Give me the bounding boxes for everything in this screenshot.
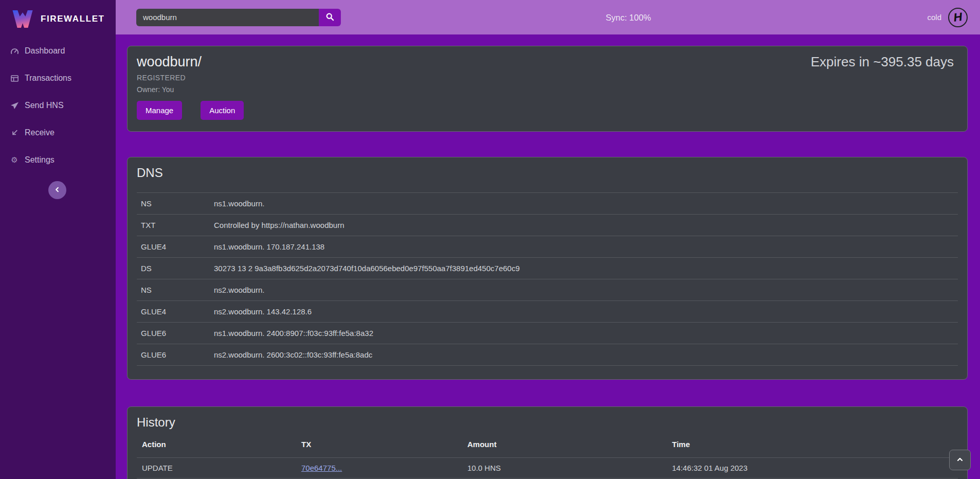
content-column: Sync: 100% cold H woodburn/ Expires in ~… bbox=[116, 0, 980, 479]
dns-record-value: 30273 13 2 9a3a8fb3d625d2a2073d740f10da6… bbox=[214, 258, 958, 279]
app-window: FIREWALLET Dashboard Transactions bbox=[0, 0, 980, 479]
domain-status: REGISTERED bbox=[137, 74, 954, 82]
dns-record-row: GLUE6 ns2.woodburn. 2600:3c02::f03c:93ff… bbox=[137, 344, 958, 366]
sidebar-item-label: Transactions bbox=[25, 74, 71, 83]
scroll-to-top-button[interactable] bbox=[949, 450, 971, 470]
sidebar: FIREWALLET Dashboard Transactions bbox=[0, 0, 116, 479]
history-col-action: Action bbox=[137, 437, 296, 458]
dns-record-row: TXT Controlled by https://nathan.woodbur… bbox=[137, 215, 958, 236]
dns-record-value: ns1.woodburn. 2400:8907::f03c:93ff:fe5a:… bbox=[214, 323, 958, 344]
dns-record-type: DS bbox=[137, 258, 214, 279]
sidebar-item-label: Receive bbox=[25, 128, 55, 137]
receive-icon bbox=[10, 128, 19, 137]
search-button[interactable] bbox=[319, 9, 341, 26]
gear-icon: ⚙ bbox=[10, 155, 19, 165]
sidebar-item-label: Dashboard bbox=[25, 46, 65, 56]
domain-name-title: woodburn/ bbox=[137, 54, 202, 70]
dns-record-type: GLUE6 bbox=[137, 344, 214, 366]
dns-record-row: NS ns1.woodburn. bbox=[137, 193, 958, 215]
sidebar-item-send-hns[interactable]: Send HNS bbox=[0, 99, 116, 112]
chevron-up-icon bbox=[956, 455, 964, 465]
dns-record-value: ns1.woodburn. 170.187.241.138 bbox=[214, 236, 958, 258]
history-row: UPDATE 70e64775... 10.0 HNS 14:46:32 01 … bbox=[137, 458, 958, 478]
dns-record-row: GLUE6 ns1.woodburn. 2400:8907::f03c:93ff… bbox=[137, 323, 958, 344]
history-action: UPDATE bbox=[137, 458, 296, 478]
sidebar-item-transactions[interactable]: Transactions bbox=[0, 72, 116, 85]
dns-record-value: ns1.woodburn. bbox=[214, 193, 958, 215]
sync-status: Sync: 100% bbox=[606, 12, 651, 22]
brand-name: FIREWALLET bbox=[41, 14, 105, 24]
main-content: woodburn/ Expires in ~395.35 days REGIST… bbox=[116, 34, 980, 479]
history-col-amount: Amount bbox=[462, 437, 667, 458]
dns-record-type: GLUE4 bbox=[137, 236, 214, 258]
brand-header: FIREWALLET bbox=[0, 0, 116, 31]
auction-button[interactable]: Auction bbox=[201, 101, 244, 120]
sidebar-item-dashboard[interactable]: Dashboard bbox=[0, 44, 116, 58]
dns-record-row: GLUE4 ns1.woodburn. 170.187.241.138 bbox=[137, 236, 958, 258]
dns-record-row: DS 30273 13 2 9a3a8fb3d625d2a2073d740f10… bbox=[137, 258, 958, 279]
history-col-tx: TX bbox=[296, 437, 462, 458]
dns-records-table: NS ns1.woodburn. TXT Controlled by https… bbox=[137, 192, 958, 366]
dns-record-value: Controlled by https://nathan.woodburn bbox=[214, 215, 958, 236]
wallet-name: cold bbox=[927, 13, 941, 22]
search-group bbox=[136, 9, 341, 26]
sidebar-item-label: Send HNS bbox=[25, 101, 64, 110]
manage-button[interactable]: Manage bbox=[137, 101, 182, 120]
transactions-icon bbox=[10, 74, 19, 83]
chevron-left-icon bbox=[53, 186, 61, 195]
history-table: Action TX Amount Time UPDATE 70e64775...… bbox=[137, 437, 958, 479]
dns-record-type: GLUE4 bbox=[137, 301, 214, 323]
dns-record-row: NS ns2.woodburn. bbox=[137, 279, 958, 301]
dns-record-type: TXT bbox=[137, 215, 214, 236]
sidebar-item-label: Settings bbox=[25, 155, 55, 165]
sidebar-collapse-button[interactable] bbox=[48, 181, 66, 199]
domain-card: woodburn/ Expires in ~395.35 days REGIST… bbox=[127, 46, 968, 132]
send-icon bbox=[10, 101, 19, 110]
dashboard-icon bbox=[10, 46, 19, 56]
dns-record-type: NS bbox=[137, 193, 214, 215]
dns-record-value: ns2.woodburn. bbox=[214, 279, 958, 301]
dns-record-row: GLUE4 ns2.woodburn. 143.42.128.6 bbox=[137, 301, 958, 323]
sidebar-nav: Dashboard Transactions Send HNS bbox=[0, 44, 116, 167]
history-card-title: History bbox=[137, 415, 958, 430]
firewallet-logo-icon bbox=[11, 8, 34, 30]
tx-link[interactable]: 70e64775... bbox=[301, 464, 342, 472]
sidebar-item-settings[interactable]: ⚙ Settings bbox=[0, 153, 116, 167]
history-amount: 10.0 HNS bbox=[462, 458, 667, 478]
history-header-row: Action TX Amount Time bbox=[137, 437, 958, 458]
dns-record-value: ns2.woodburn. 143.42.128.6 bbox=[214, 301, 958, 323]
handshake-logo-icon[interactable]: H bbox=[948, 8, 968, 27]
dns-record-type: GLUE6 bbox=[137, 323, 214, 344]
search-input[interactable] bbox=[136, 9, 319, 26]
topbar: Sync: 100% cold H bbox=[116, 0, 980, 34]
history-col-time: Time bbox=[667, 437, 958, 458]
expires-label: Expires in ~395.35 days bbox=[811, 54, 954, 70]
sidebar-item-receive[interactable]: Receive bbox=[0, 126, 116, 139]
dns-record-value: ns2.woodburn. 2600:3c02::f03c:93ff:fe5a:… bbox=[214, 344, 958, 366]
history-card: History Action TX Amount Time UPDATE bbox=[127, 406, 968, 479]
dns-record-type: NS bbox=[137, 279, 214, 301]
wallet-indicator: cold H bbox=[927, 8, 968, 27]
dns-card-title: DNS bbox=[137, 166, 958, 180]
search-icon bbox=[325, 12, 334, 23]
domain-owner: Owner: You bbox=[137, 85, 954, 94]
dns-card: DNS NS ns1.woodburn. TXT Controlled by h… bbox=[127, 157, 968, 380]
history-time: 14:46:32 01 Aug 2023 bbox=[667, 458, 958, 478]
